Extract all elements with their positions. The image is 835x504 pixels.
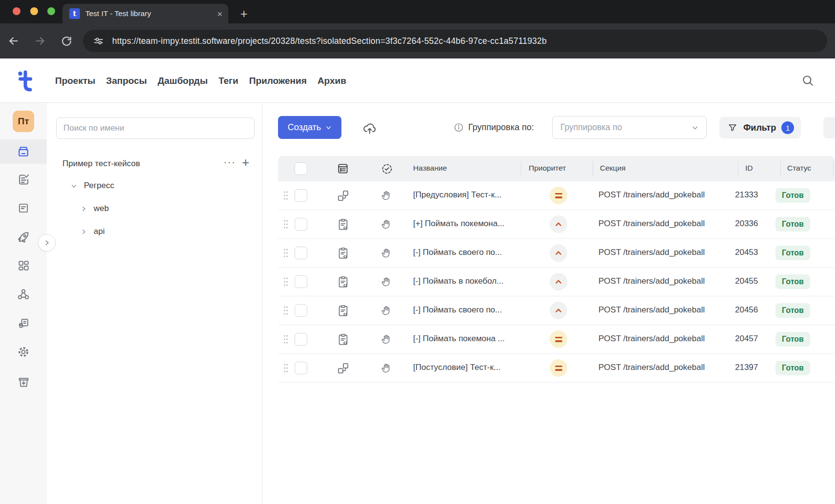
create-button[interactable]: Создать	[278, 116, 341, 139]
rail-item-dashboards[interactable]	[0, 253, 47, 278]
drag-handle-icon[interactable]	[283, 334, 289, 344]
table-row[interactable]: [-] Поймать покемона ... POST /trainers/…	[278, 325, 835, 354]
column-header-id[interactable]: ID	[745, 164, 753, 173]
nav-item-dashboards[interactable]: Дашборды	[158, 76, 208, 86]
row-checkbox[interactable]	[295, 333, 307, 346]
window-zoom-light[interactable]	[47, 7, 55, 15]
drag-handle-icon[interactable]	[283, 191, 289, 200]
nav-item-tags[interactable]: Теги	[219, 76, 239, 86]
add-section-icon[interactable]: +	[242, 155, 249, 170]
toolbar-overflow-button[interactable]	[823, 117, 835, 138]
row-checkbox[interactable]	[295, 275, 307, 288]
left-rail: Пт	[0, 103, 47, 504]
rail-item-test-library[interactable]	[0, 139, 47, 164]
project-avatar[interactable]: Пт	[13, 111, 34, 132]
collapse-tree-button[interactable]	[38, 234, 56, 252]
automation-status-column-icon[interactable]	[381, 163, 393, 175]
row-checkbox[interactable]	[295, 304, 307, 317]
nav-item-archive[interactable]: Архив	[318, 76, 346, 86]
table-row[interactable]: [Постусловие] Тест-к... POST /trainers/a…	[278, 354, 835, 383]
filter-button[interactable]: Фильтр 1	[719, 117, 801, 138]
main-content: Создать Группировка по: Группировка по Ф…	[262, 103, 835, 504]
tree-node-label[interactable]: web	[94, 204, 109, 213]
row-checkbox[interactable]	[295, 362, 307, 374]
table-row[interactable]: [+] Поймать покемона... POST /trainers/a…	[278, 210, 835, 239]
chevron-down-icon[interactable]	[71, 183, 77, 189]
drag-handle-icon[interactable]	[283, 277, 289, 287]
test-case-icon	[337, 304, 350, 317]
site-settings-icon[interactable]	[93, 35, 104, 47]
window-minimize-light[interactable]	[30, 7, 38, 15]
section-cell: POST /trainers/add_pokeball	[598, 334, 705, 344]
test-case-table: Название Приоритет Секция ID Статус	[278, 156, 835, 383]
test-case-name[interactable]: [Постусловие] Тест-к...	[413, 363, 500, 372]
back-icon[interactable]	[4, 31, 23, 51]
row-checkbox[interactable]	[295, 189, 307, 202]
forward-icon[interactable]	[30, 31, 50, 51]
manual-test-icon	[380, 189, 393, 202]
table-row[interactable]: [Предусловия] Тест-к... POST /trainers/a…	[278, 181, 835, 210]
testit-logo-icon[interactable]	[16, 70, 34, 93]
rail-item-requirements[interactable]	[0, 311, 47, 335]
rail-item-webhooks[interactable]	[0, 282, 47, 307]
tree-root-row[interactable]: Пример тест-кейсов ··· +	[47, 155, 262, 174]
browser-tab[interactable]: t Test IT - Test library ×	[62, 4, 228, 23]
drag-handle-icon[interactable]	[283, 363, 289, 373]
search-icon[interactable]	[801, 74, 815, 87]
nav-item-apps[interactable]: Приложения	[249, 76, 307, 86]
table-row[interactable]: [-] Поймать своего по... POST /trainers/…	[278, 239, 835, 268]
reload-icon[interactable]	[57, 31, 76, 51]
test-case-name[interactable]: [-] Поймать в покебол...	[413, 276, 503, 286]
status-badge: Готов	[775, 217, 810, 232]
requirements-icon	[17, 317, 30, 330]
rail-item-archive[interactable]	[0, 369, 47, 394]
table-row[interactable]: [-] Поймать своего по... POST /trainers/…	[278, 296, 835, 325]
tree-node-label[interactable]: api	[94, 227, 105, 236]
drag-handle-icon[interactable]	[283, 306, 289, 315]
more-actions-icon[interactable]: ···	[223, 156, 236, 169]
window-close-light[interactable]	[13, 7, 20, 15]
address-bar[interactable]: https://team-impy.testit.software/projec…	[83, 30, 827, 52]
drag-handle-icon[interactable]	[283, 248, 289, 258]
nav-item-requests[interactable]: Запросы	[106, 76, 147, 86]
select-all-checkbox[interactable]	[295, 162, 307, 175]
column-header-status[interactable]: Статус	[787, 164, 811, 173]
dashboard-grid-icon	[17, 259, 30, 272]
test-case-name[interactable]: [Предусловия] Тест-к...	[413, 190, 501, 200]
rail-item-autotests[interactable]	[0, 196, 47, 220]
chevron-right-icon	[43, 239, 50, 246]
tab-close-icon[interactable]: ×	[217, 9, 222, 19]
priority-icon	[550, 302, 567, 319]
tree-node-label[interactable]: Регресс	[84, 181, 114, 191]
row-checkbox[interactable]	[295, 247, 307, 259]
work-item-type-column-icon[interactable]	[337, 162, 349, 175]
drag-handle-icon[interactable]	[283, 219, 289, 229]
column-header-section[interactable]: Секция	[600, 164, 626, 173]
import-upload-icon[interactable]	[362, 120, 378, 136]
test-case-name[interactable]: [+] Поймать покемона...	[413, 219, 504, 229]
table-row[interactable]: [-] Поймать в покебол... POST /trainers/…	[278, 268, 835, 296]
new-tab-button[interactable]: +	[235, 5, 253, 22]
tree-root-label[interactable]: Пример тест-кейсов	[62, 159, 140, 169]
column-header-name[interactable]: Название	[413, 164, 447, 173]
tree-node-web[interactable]: web	[47, 199, 262, 218]
filter-button-label: Фильтр	[743, 123, 776, 133]
nav-item-projects[interactable]: Проекты	[55, 76, 95, 86]
archive-box-icon	[17, 375, 30, 388]
rail-item-settings[interactable]	[0, 340, 47, 364]
test-case-name[interactable]: [-] Поймать покемона ...	[413, 334, 505, 344]
tree-node-regress[interactable]: Регресс	[47, 176, 262, 195]
chevron-right-icon[interactable]	[80, 229, 87, 235]
column-header-priority[interactable]: Приоритет	[529, 164, 566, 173]
tree-search-input[interactable]	[56, 117, 255, 139]
row-checkbox[interactable]	[295, 218, 307, 231]
group-by-select[interactable]: Группировка по	[552, 116, 707, 139]
test-case-name[interactable]: [-] Поймать своего по...	[413, 305, 502, 315]
autotests-icon	[17, 202, 30, 214]
table-body: [Предусловия] Тест-к... POST /trainers/a…	[278, 181, 835, 383]
test-case-icon	[337, 247, 350, 260]
test-case-name[interactable]: [-] Поймать своего по...	[413, 248, 502, 257]
tree-node-api[interactable]: api	[47, 222, 262, 241]
chevron-right-icon[interactable]	[80, 206, 87, 212]
rail-item-test-plans[interactable]	[0, 167, 47, 192]
